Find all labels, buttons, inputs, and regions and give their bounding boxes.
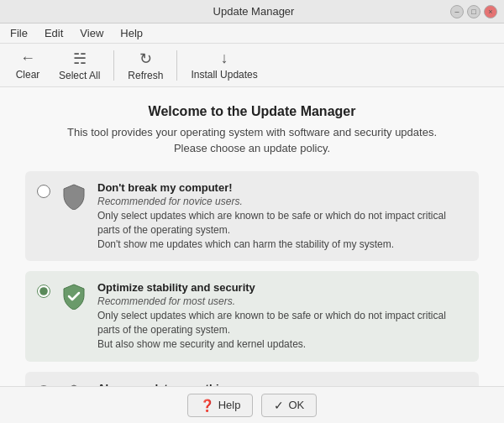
clear-label: Clear	[16, 69, 40, 81]
select-all-button[interactable]: ☵ Select All	[50, 46, 108, 85]
ok-button[interactable]: ✓ OK	[261, 394, 317, 417]
policy-rec-optimize: Recommended for most users.	[97, 295, 467, 307]
policy-desc2-optimize: But also show me security and kernel upd…	[97, 337, 467, 352]
clear-button[interactable]: ← Clear	[7, 46, 49, 84]
menu-bar: File Edit View Help	[0, 24, 504, 44]
policy-rec-dont-break: Recommended for novice users.	[97, 196, 467, 207]
policy-text-dont-break: Don't break my computer! Recommended for…	[97, 181, 467, 251]
install-updates-button[interactable]: ↓ Install Updates	[182, 46, 265, 84]
welcome-choose: Please choose an update policy.	[25, 142, 479, 154]
policy-name-dont-break: Don't break my computer!	[97, 181, 467, 194]
install-label: Install Updates	[191, 69, 257, 81]
policy-option-dont-break[interactable]: Don't break my computer! Recommended for…	[25, 171, 479, 261]
refresh-icon: ↻	[139, 50, 152, 68]
help-icon: ❓	[200, 399, 214, 412]
menu-file[interactable]: File	[7, 27, 31, 39]
close-button[interactable]: ×	[484, 5, 497, 18]
help-label: Help	[218, 399, 241, 411]
minimize-button[interactable]: –	[450, 5, 464, 18]
refresh-button[interactable]: ↻ Refresh	[119, 46, 171, 85]
menu-view[interactable]: View	[76, 27, 107, 39]
policy-radio-dont-break[interactable]	[37, 185, 50, 198]
shield-icon-optimize	[60, 283, 87, 316]
policy-desc2-dont-break: Don't show me updates which can harm the…	[97, 238, 467, 252]
clear-icon: ←	[20, 50, 35, 67]
main-content: Welcome to the Update Manager This tool …	[0, 87, 504, 386]
policy-option-always[interactable]: Always update everything Recommended for…	[25, 372, 479, 386]
shield-icon-dont-break	[60, 183, 87, 216]
policy-name-optimize: Optimize stability and security	[97, 281, 467, 294]
footer: ❓ Help ✓ OK	[0, 386, 504, 423]
help-button[interactable]: ❓ Help	[187, 394, 254, 417]
welcome-title: Welcome to the Update Manager	[25, 104, 479, 119]
menu-help[interactable]: Help	[117, 27, 146, 39]
policy-radio-optimize[interactable]	[37, 285, 50, 298]
refresh-label: Refresh	[128, 70, 163, 81]
ok-label: OK	[288, 399, 304, 411]
policy-desc1-dont-break: Only select updates which are known to b…	[97, 209, 467, 238]
window-title: Update Manager	[57, 5, 450, 18]
select-all-icon: ☵	[73, 50, 87, 68]
toolbar: ← Clear ☵ Select All ↻ Refresh ↓ Install…	[0, 44, 504, 87]
policy-desc1-optimize: Only select updates which are known to b…	[97, 309, 467, 337]
policy-text-optimize: Optimize stability and security Recommen…	[97, 281, 467, 351]
welcome-subtitle: This tool provides your operating system…	[25, 126, 479, 138]
policy-option-optimize[interactable]: Optimize stability and security Recommen…	[25, 271, 479, 361]
window-controls: – □ ×	[450, 5, 497, 18]
maximize-button[interactable]: □	[467, 5, 480, 18]
title-bar: Update Manager – □ ×	[0, 0, 504, 24]
toolbar-divider2	[176, 50, 177, 81]
toolbar-divider	[113, 50, 114, 81]
select-all-label: Select All	[59, 70, 100, 81]
menu-edit[interactable]: Edit	[41, 27, 66, 39]
install-icon: ↓	[221, 50, 228, 67]
ok-icon: ✓	[274, 399, 284, 412]
